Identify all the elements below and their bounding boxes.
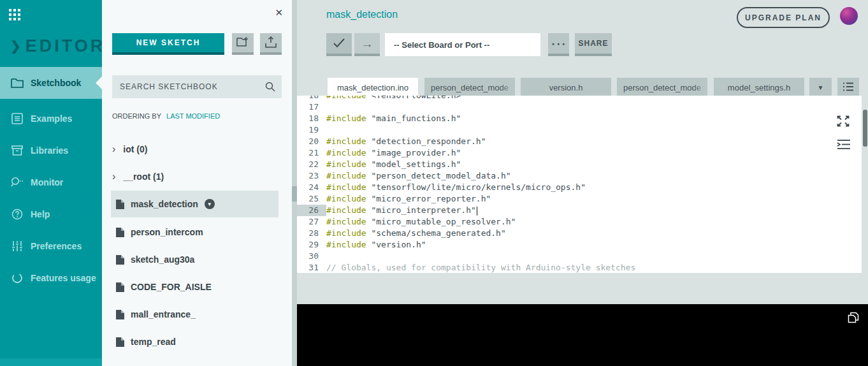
arrow-right-icon: → <box>361 36 373 51</box>
page-title: mask_detection <box>326 9 398 20</box>
tabs-dropdown-button[interactable]: ▼ <box>809 78 832 97</box>
sketch-row-mask-detection[interactable]: mask_detection ▼ <box>111 191 278 217</box>
line-number: 26 <box>297 205 326 216</box>
line-number: 16 <box>297 96 326 101</box>
tab-label: person_detect_mode <box>431 83 509 92</box>
search-input[interactable] <box>112 75 265 98</box>
list-menu-icon <box>843 82 854 94</box>
sidebar-item-label: Help <box>31 209 50 219</box>
code-line: 16 #include <TensorFlowLite.h> <box>297 96 862 101</box>
line-number: 23 <box>297 170 326 182</box>
usage-ring-icon <box>10 271 24 285</box>
app-sidebar: ❯ EDITOR Sketchbook Examples Libraries <box>0 0 102 366</box>
tab-label: person_detect_mode <box>623 83 701 92</box>
sidebar-item-libraries[interactable]: Libraries <box>0 135 102 166</box>
sidebar-item-label: Libraries <box>31 145 68 156</box>
sliders-icon <box>10 239 24 253</box>
line-number: 24 <box>297 182 326 193</box>
ordering-value-link[interactable]: LAST MODIFIED <box>166 112 220 120</box>
sidebar-item-monitor[interactable]: Monitor <box>0 166 102 198</box>
line-number: 29 <box>297 239 326 251</box>
line-number: 18 <box>297 113 326 124</box>
sketch-label: sketch_aug30a <box>131 254 194 265</box>
tab-label: model_settings.h <box>728 83 790 92</box>
search-box <box>112 75 282 98</box>
code-line-text: #include "person_detect_model_data.h" <box>326 170 511 182</box>
new-sketch-button[interactable]: NEW SKETCH <box>112 33 224 55</box>
sidebar-item-label: Examples <box>31 113 72 124</box>
code-line: 23 #include "person_detect_model_data.h" <box>297 170 862 182</box>
code-line-text: #include "detection_responder.h" <box>326 136 486 147</box>
code-line-text: #include <TensorFlowLite.h> <box>326 96 461 101</box>
new-folder-icon <box>236 36 249 49</box>
search-icon <box>265 82 275 92</box>
sidebar-item-label: Preferences <box>31 241 82 251</box>
code-line: 26 #include "micro_interpreter.h" <box>297 205 862 216</box>
caret-down-icon: ▼ <box>207 201 212 207</box>
sidebar-item-features-usage[interactable]: Features usage <box>0 262 102 294</box>
sketch-label: mall_entrance_ <box>131 309 196 319</box>
sidebar-bottom-strip <box>0 358 102 366</box>
line-number: 28 <box>297 228 326 239</box>
copy-console-icon[interactable] <box>848 312 859 323</box>
board-port-select[interactable]: -- Select Board or Port -- <box>385 33 540 56</box>
ellipsis-icon: ● ● ● <box>552 41 566 46</box>
file-icon <box>116 255 124 265</box>
line-number: 17 <box>297 101 326 113</box>
code-line-text: #include "micro_error_reporter.h" <box>326 193 491 205</box>
text-cursor <box>477 207 477 216</box>
apps-grid-icon[interactable] <box>9 9 22 22</box>
sketch-row-code-for-aisle[interactable]: CODE_FOR_AISLE <box>111 279 212 295</box>
sketch-row-person-intercom[interactable]: person_intercom <box>111 224 203 240</box>
code-line: 30 <box>297 251 862 262</box>
editor-scrollbar-thumb[interactable] <box>863 110 867 147</box>
file-icon <box>116 337 124 347</box>
sidebar-item-preferences[interactable]: Preferences <box>0 230 102 262</box>
sidebar-item-label: Sketchbook <box>31 78 81 88</box>
more-options-button[interactable]: ● ● ● <box>548 33 569 56</box>
format-code-icon[interactable] <box>837 139 851 150</box>
fullscreen-expand-icon[interactable] <box>836 115 850 128</box>
file-icon <box>116 282 124 292</box>
tabs-list-button[interactable] <box>837 78 859 97</box>
console-output <box>297 304 868 366</box>
code-line: 31 // Globals, used for compatibility wi… <box>297 262 862 273</box>
code-line: 20 #include "detection_responder.h" <box>297 136 862 147</box>
code-line-text: #include "micro_mutable_op_resolver.h" <box>326 216 516 228</box>
folder-row-root[interactable]: › __root (1) <box>112 169 164 184</box>
tab-mask-detection-ino[interactable]: mask_detection.ino <box>328 78 418 97</box>
chevron-right-icon: › <box>112 143 115 155</box>
sidebar-item-label: Monitor <box>31 177 63 187</box>
tab-person-detect-model-1[interactable]: person_detect_mode <box>424 78 515 97</box>
sidebar-item-help[interactable]: Help <box>0 198 102 230</box>
tab-model-settings-h[interactable]: model_settings.h <box>714 78 804 97</box>
folder-label: iot (0) <box>123 144 147 154</box>
code-editor[interactable]: 16 #include <TensorFlowLite.h> 17 18 #in… <box>297 96 862 273</box>
sketch-row-sketch-aug30a[interactable]: sketch_aug30a <box>111 252 194 267</box>
sketchbook-panel: ✕ NEW SKETCH ORDERING BY LAST MODIFIED <box>102 0 292 366</box>
folder-row-iot[interactable]: › iot (0) <box>112 142 147 157</box>
upload-button[interactable]: → <box>354 33 380 56</box>
upgrade-plan-button[interactable]: UPGRADE PLAN <box>737 7 830 28</box>
verify-button[interactable] <box>326 33 352 56</box>
code-line: 22 #include "model_settings.h" <box>297 159 862 170</box>
panel-scrollbar-thumb[interactable] <box>292 186 297 201</box>
import-sketch-button[interactable] <box>260 33 282 55</box>
new-folder-button[interactable] <box>232 33 254 55</box>
sketch-options-badge[interactable]: ▼ <box>205 199 215 209</box>
sidebar-item-sketchbook[interactable]: Sketchbook <box>0 67 102 99</box>
share-button[interactable]: SHARE <box>575 33 612 56</box>
file-icon <box>116 310 124 319</box>
chevron-right-icon: › <box>112 171 115 182</box>
file-icon <box>116 228 124 237</box>
tab-person-detect-model-2[interactable]: person_detect_mode <box>617 78 707 97</box>
user-avatar[interactable] <box>840 7 858 25</box>
close-icon[interactable]: ✕ <box>275 8 283 17</box>
folder-label: __root (1) <box>123 172 164 182</box>
tab-version-h[interactable]: version.h <box>521 78 611 97</box>
code-line: 25 #include "micro_error_reporter.h" <box>297 193 862 205</box>
sketch-row-mall-entrance[interactable]: mall_entrance_ <box>111 307 196 322</box>
sketch-row-temp-read[interactable]: temp_read <box>111 334 176 349</box>
line-number: 30 <box>297 251 326 262</box>
sidebar-item-examples[interactable]: Examples <box>0 103 102 135</box>
